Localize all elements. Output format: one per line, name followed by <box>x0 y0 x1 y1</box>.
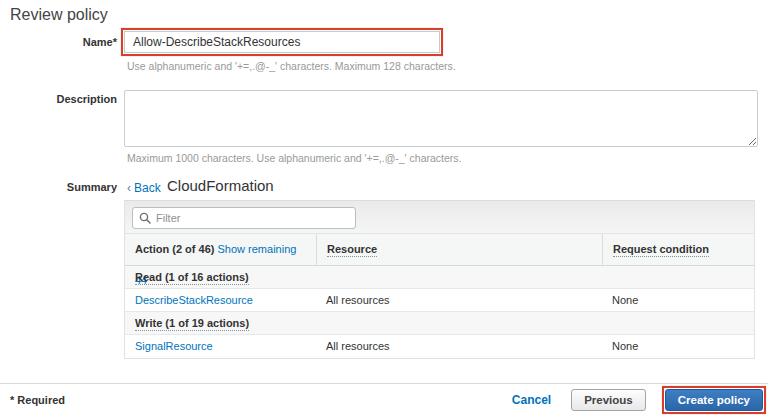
resource-cell: All resources <box>326 294 390 306</box>
name-helper-text: Use alphanumeric and '+=,.@-_' character… <box>127 60 456 72</box>
summary-label: Summary <box>0 181 117 193</box>
condition-cell: None <box>612 340 638 352</box>
column-header-resource: Resource <box>316 234 602 265</box>
column-header-action: Action (2 of 46) Show remaining 44 <box>125 234 316 265</box>
table-header-row: Action (2 of 46) Show remaining 44 Resou… <box>125 234 754 266</box>
name-label: Name* <box>0 36 117 48</box>
filter-input[interactable] <box>156 212 349 224</box>
group-row-read: Read (1 of 16 actions) <box>125 266 754 289</box>
back-link-label: Back <box>134 181 161 195</box>
table-filter-band <box>125 200 754 234</box>
back-link[interactable]: ‹Back <box>127 181 161 195</box>
resource-cell: All resources <box>326 340 390 352</box>
footer-actions: Cancel Previous Create policy <box>512 386 766 414</box>
page-title: Review policy <box>10 6 108 24</box>
search-icon <box>139 212 151 224</box>
name-field-highlight <box>121 28 443 56</box>
table-row: SignalResource All resources None <box>125 335 754 358</box>
review-policy-page: Review policy Name* Use alphanumeric and… <box>0 0 768 415</box>
required-note: * Required <box>10 394 65 406</box>
filter-input-wrap[interactable] <box>132 207 356 229</box>
action-count-label: Action (2 of 46) <box>135 243 214 255</box>
policy-description-textarea[interactable] <box>124 90 758 147</box>
chevron-left-icon: ‹ <box>127 181 131 195</box>
cancel-link[interactable]: Cancel <box>512 393 551 407</box>
group-row-write: Write (1 of 19 actions) <box>125 312 754 335</box>
create-policy-button[interactable]: Create policy <box>665 389 763 411</box>
description-helper-text: Maximum 1000 characters. Use alphanumeri… <box>127 152 461 164</box>
read-group-label: Read (1 of 16 actions) <box>135 271 249 285</box>
request-condition-header-label: Request condition <box>613 243 709 257</box>
previous-button[interactable]: Previous <box>571 389 646 411</box>
footer-action-bar: * Required Cancel Previous Create policy <box>0 383 768 415</box>
description-label: Description <box>0 93 117 105</box>
policy-summary-table: Action (2 of 46) Show remaining 44 Resou… <box>124 200 755 359</box>
action-link-signal-resource[interactable]: SignalResource <box>135 340 213 352</box>
resource-header-label: Resource <box>327 243 377 257</box>
write-group-label: Write (1 of 19 actions) <box>135 317 249 331</box>
action-link-describe-stack-resource[interactable]: DescribeStackResource <box>135 294 253 306</box>
create-policy-highlight: Create policy <box>662 386 766 414</box>
condition-cell: None <box>612 294 638 306</box>
service-name-heading: CloudFormation <box>167 177 274 194</box>
column-header-request-condition: Request condition <box>602 234 754 265</box>
policy-name-input[interactable] <box>124 31 440 53</box>
table-row: DescribeStackResource All resources None <box>125 289 754 312</box>
